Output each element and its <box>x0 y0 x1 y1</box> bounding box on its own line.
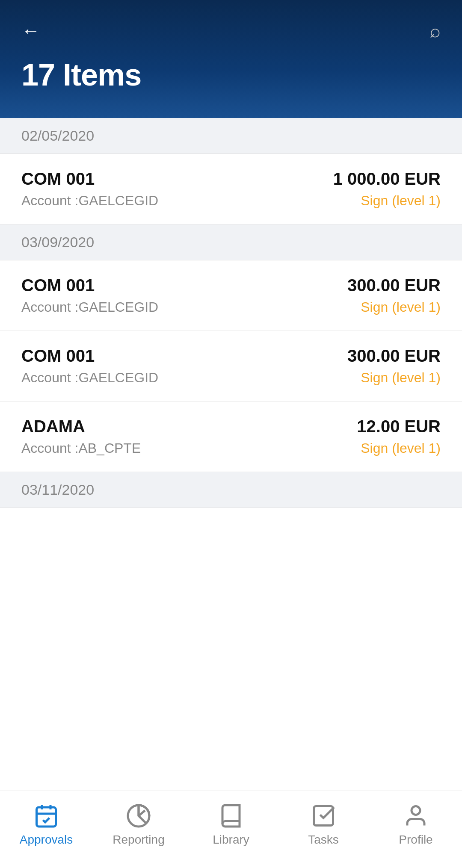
nav-item-tasks[interactable]: Tasks <box>277 803 370 847</box>
nav-label-reporting: Reporting <box>113 833 164 847</box>
header-top: ← ⌕ <box>0 0 462 40</box>
item-amount: 300.00 EUR <box>347 346 441 366</box>
item-right: 300.00 EUR Sign (level 1) <box>347 276 441 315</box>
item-right: 1 000.00 EUR Sign (level 1) <box>333 169 441 209</box>
item-name: COM 001 <box>21 276 158 295</box>
header: ← ⌕ 17 Items <box>0 0 462 118</box>
nav-item-library[interactable]: Library <box>185 803 277 847</box>
item-action[interactable]: Sign (level 1) <box>361 440 441 456</box>
content: 02/05/2020 COM 001 Account :GAELCEGID 1 … <box>0 118 462 791</box>
reporting-icon <box>126 803 151 829</box>
item-action[interactable]: Sign (level 1) <box>361 370 441 386</box>
profile-icon <box>403 803 429 829</box>
bottom-nav: Approvals Reporting Library <box>0 791 462 868</box>
approvals-icon <box>33 803 59 829</box>
item-name: COM 001 <box>21 169 158 189</box>
item-left: ADAMA Account :AB_CPTE <box>21 417 141 456</box>
item-account: Account :GAELCEGID <box>21 193 158 209</box>
svg-rect-6 <box>314 806 333 826</box>
item-right: 12.00 EUR Sign (level 1) <box>357 417 441 456</box>
page-title: 17 Items <box>0 40 462 118</box>
nav-item-approvals[interactable]: Approvals <box>0 803 92 847</box>
item-left: COM 001 Account :GAELCEGID <box>21 346 158 386</box>
item-action[interactable]: Sign (level 1) <box>361 193 441 209</box>
nav-label-tasks: Tasks <box>308 833 339 847</box>
item-amount: 300.00 EUR <box>347 276 441 295</box>
date-separator: 03/11/2020 <box>0 472 462 508</box>
nav-item-profile[interactable]: Profile <box>370 803 462 847</box>
nav-label-library: Library <box>213 833 249 847</box>
library-icon <box>218 803 244 829</box>
item-action[interactable]: Sign (level 1) <box>361 299 441 315</box>
item-account: Account :AB_CPTE <box>21 440 141 456</box>
svg-point-7 <box>412 806 420 815</box>
svg-rect-0 <box>37 807 56 827</box>
item-amount: 12.00 EUR <box>357 417 441 436</box>
item-left: COM 001 Account :GAELCEGID <box>21 169 158 209</box>
list-item[interactable]: ADAMA Account :AB_CPTE 12.00 EUR Sign (l… <box>0 402 462 472</box>
nav-item-reporting[interactable]: Reporting <box>92 803 185 847</box>
item-left: COM 001 Account :GAELCEGID <box>21 276 158 315</box>
nav-label-approvals: Approvals <box>20 833 73 847</box>
list-item[interactable]: COM 001 Account :GAELCEGID 300.00 EUR Si… <box>0 331 462 402</box>
item-amount: 1 000.00 EUR <box>333 169 441 189</box>
item-name: COM 001 <box>21 346 158 366</box>
back-icon[interactable]: ← <box>21 21 40 40</box>
item-account: Account :GAELCEGID <box>21 299 158 315</box>
list-item[interactable]: COM 001 Account :GAELCEGID 1 000.00 EUR … <box>0 154 462 224</box>
tasks-icon <box>311 803 336 829</box>
list-item[interactable]: COM 001 Account :GAELCEGID 300.00 EUR Si… <box>0 260 462 331</box>
date-separator: 03/09/2020 <box>0 224 462 260</box>
item-account: Account :GAELCEGID <box>21 370 158 386</box>
nav-label-profile: Profile <box>399 833 432 847</box>
search-icon[interactable]: ⌕ <box>429 21 441 40</box>
date-separator: 02/05/2020 <box>0 118 462 154</box>
item-right: 300.00 EUR Sign (level 1) <box>347 346 441 386</box>
item-name: ADAMA <box>21 417 141 436</box>
